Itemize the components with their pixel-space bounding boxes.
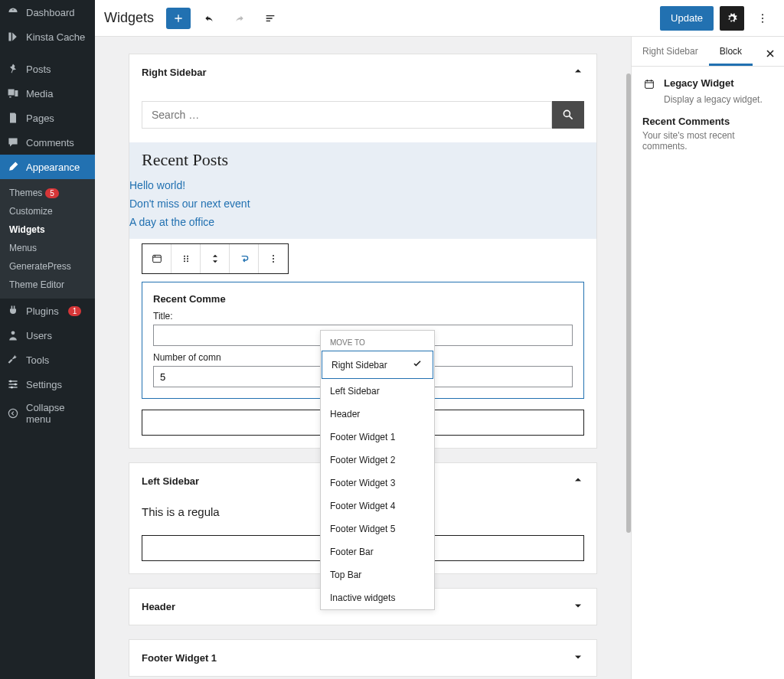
block-more-button[interactable] — [259, 244, 288, 273]
block-toolbar — [142, 243, 289, 274]
more-button[interactable] — [750, 6, 775, 31]
svg-point-7 — [762, 21, 763, 22]
sidebar-item-pages[interactable]: Pages — [0, 106, 95, 130]
recent-posts-block[interactable]: Recent Posts Hello world! Don't miss our… — [129, 142, 596, 239]
check-icon — [411, 357, 423, 372]
move-option[interactable]: Footer Widget 5 — [321, 517, 434, 540]
chevron-up-icon — [572, 65, 584, 80]
svg-point-14 — [184, 260, 185, 262]
sidebar-item-appearance[interactable]: Appearance — [0, 155, 95, 179]
move-option[interactable]: Footer Widget 4 — [321, 495, 434, 517]
move-to-popover: Move to Right Sidebar Left Sidebar Heade… — [320, 330, 435, 610]
redo-button[interactable] — [227, 6, 252, 31]
sidebar-item-tools[interactable]: Tools — [0, 348, 95, 372]
svg-point-4 — [8, 409, 17, 417]
svg-point-2 — [15, 383, 17, 385]
move-option[interactable]: Footer Widget 1 — [321, 426, 434, 449]
tab-area[interactable]: Right Sidebar — [632, 37, 709, 66]
widget-name: Recent Comments — [642, 116, 773, 127]
page-title: Widgets — [104, 10, 154, 26]
brush-icon — [6, 160, 20, 174]
undo-button[interactable] — [197, 6, 221, 31]
block-desc: Display a legacy widget. — [664, 94, 773, 105]
area-toggle[interactable]: Footer Widget 1 — [129, 640, 596, 676]
tab-block[interactable]: Block — [709, 37, 753, 66]
close-inspector-button[interactable] — [761, 44, 779, 65]
popover-label: Move to — [321, 331, 434, 350]
sidebar-item-kinsta[interactable]: Kinsta Cache — [0, 24, 95, 49]
title-label: Title: — [153, 311, 573, 322]
sidebar-item-posts[interactable]: Posts — [0, 57, 95, 81]
svg-point-1 — [9, 380, 11, 382]
sub-customize[interactable]: Customize — [0, 202, 95, 220]
svg-point-16 — [273, 255, 274, 256]
sidebar-item-comments[interactable]: Comments — [0, 130, 95, 155]
sub-menus[interactable]: Menus — [0, 239, 95, 257]
chevron-up-icon — [572, 474, 584, 488]
chevron-down-icon — [572, 599, 584, 614]
dashboard-icon — [6, 5, 20, 19]
sub-themes[interactable]: Themes5 — [0, 184, 95, 202]
kinsta-icon — [6, 30, 20, 44]
sidebar-item-media[interactable]: Media — [0, 81, 95, 106]
svg-point-12 — [184, 258, 185, 260]
plug-icon — [6, 304, 20, 318]
move-option[interactable]: Header — [321, 403, 434, 426]
post-link[interactable]: Hello world! — [129, 176, 596, 194]
svg-point-18 — [273, 261, 274, 263]
media-icon — [6, 87, 20, 100]
svg-point-5 — [762, 14, 763, 15]
svg-point-0 — [11, 331, 15, 335]
add-block-button[interactable] — [166, 8, 191, 29]
move-option[interactable]: Right Sidebar — [322, 351, 433, 379]
sub-widgets[interactable]: Widgets — [0, 220, 95, 239]
post-link[interactable]: Don't miss our next event — [129, 194, 596, 213]
svg-point-17 — [273, 258, 274, 260]
comment-icon — [6, 135, 20, 149]
svg-point-8 — [564, 110, 570, 116]
chevron-down-icon — [572, 651, 584, 665]
drag-handle[interactable] — [172, 244, 201, 273]
wrench-icon — [6, 353, 20, 367]
calendar-icon — [642, 77, 656, 91]
settings-button[interactable] — [720, 6, 744, 31]
svg-point-15 — [187, 260, 188, 262]
area-footer1: Footer Widget 1 — [129, 639, 597, 677]
move-option[interactable]: Left Sidebar — [321, 380, 434, 403]
sidebar-collapse[interactable]: Collapse menu — [0, 397, 95, 430]
search-input[interactable] — [142, 101, 552, 129]
sliders-icon — [6, 377, 20, 391]
block-type-button[interactable] — [142, 244, 172, 273]
move-to-button[interactable] — [230, 244, 259, 273]
list-view-button[interactable] — [258, 6, 283, 31]
svg-rect-19 — [645, 80, 654, 88]
pages-icon — [6, 111, 20, 125]
svg-point-3 — [11, 386, 13, 388]
search-submit-button[interactable] — [552, 101, 584, 129]
admin-sidebar: Dashboard Kinsta Cache Posts Media Pages… — [0, 0, 95, 679]
user-icon — [6, 328, 20, 342]
search-widget — [142, 101, 584, 129]
sidebar-submenu: Themes5 Customize Widgets Menus Generate… — [0, 179, 95, 299]
area-toggle[interactable]: Right Sidebar — [129, 54, 596, 90]
sub-generatepress[interactable]: GeneratePress — [0, 257, 95, 276]
post-link[interactable]: A day at the office — [129, 213, 596, 231]
svg-point-11 — [187, 256, 188, 257]
sidebar-item-dashboard[interactable]: Dashboard — [0, 0, 95, 24]
move-option[interactable]: Inactive widgets — [321, 586, 434, 609]
move-option[interactable]: Top Bar — [321, 563, 434, 586]
inspector-panel: Right Sidebar Block Legacy Widget Displa… — [631, 37, 784, 679]
svg-point-13 — [187, 258, 188, 260]
recent-posts-heading: Recent Posts — [129, 150, 596, 170]
move-option[interactable]: Footer Bar — [321, 540, 434, 563]
svg-rect-9 — [152, 255, 161, 262]
sidebar-item-users[interactable]: Users — [0, 323, 95, 348]
block-name: Legacy Widget — [664, 77, 734, 91]
move-option[interactable]: Footer Widget 2 — [321, 449, 434, 472]
sub-theme-editor[interactable]: Theme Editor — [0, 276, 95, 294]
sidebar-item-settings[interactable]: Settings — [0, 372, 95, 397]
move-updown[interactable] — [201, 244, 230, 273]
move-option[interactable]: Footer Widget 3 — [321, 472, 434, 495]
update-button[interactable]: Update — [660, 6, 714, 31]
sidebar-item-plugins[interactable]: Plugins1 — [0, 299, 95, 323]
